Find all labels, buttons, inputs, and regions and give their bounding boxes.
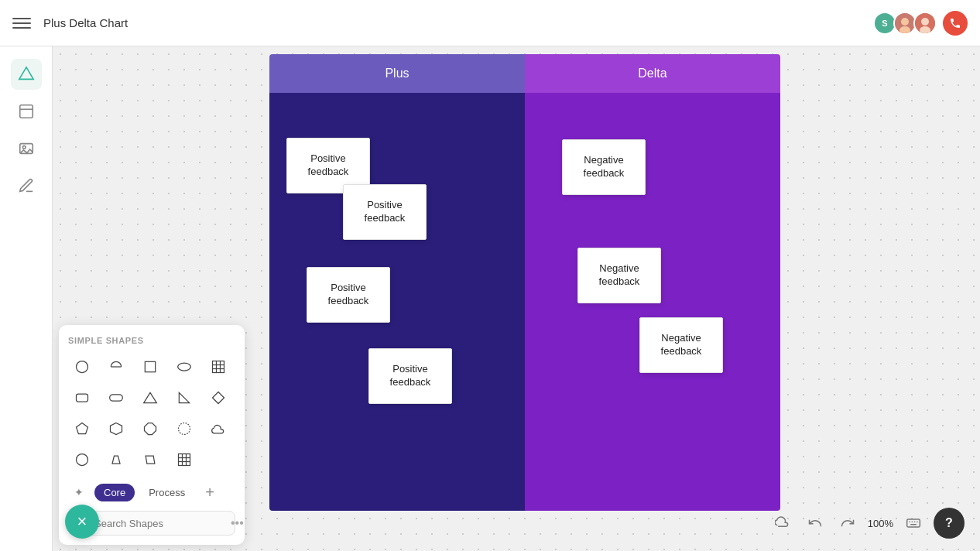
svg-marker-27 [145, 423, 156, 435]
call-button[interactable] [943, 11, 968, 36]
avatar-r [913, 12, 937, 35]
svg-point-11 [77, 361, 88, 373]
chart-header: Plus Delta [269, 54, 780, 93]
shape-cloud[interactable] [204, 415, 232, 443]
canvas-area[interactable]: Plus Delta Positivefeedback Positivefeed… [53, 46, 980, 551]
positive-note-4[interactable]: Positivefeedback [368, 348, 452, 404]
chart-body: Positivefeedback Positivefeedback Positi… [269, 93, 780, 511]
svg-marker-25 [77, 423, 88, 434]
shapes-section-title: SIMPLE SHAPES [68, 336, 235, 345]
sidebar-images-icon[interactable] [11, 133, 42, 164]
svg-marker-26 [111, 423, 122, 435]
shape-hexagon[interactable] [102, 415, 130, 443]
plus-column-body: Positivefeedback Positivefeedback Positi… [269, 93, 525, 511]
shape-ellipse[interactable] [170, 353, 198, 381]
tab-add-button[interactable]: + [199, 481, 221, 503]
topbar: Plus Delta Chart S [0, 0, 980, 46]
svg-marker-30 [112, 456, 120, 464]
svg-marker-23 [179, 392, 189, 402]
svg-point-1 [901, 18, 909, 26]
shape-square[interactable] [136, 353, 164, 381]
plus-column-header: Plus [269, 54, 525, 93]
svg-rect-7 [19, 105, 33, 118]
positive-note-3[interactable]: Positivefeedback [307, 267, 390, 323]
svg-point-4 [921, 18, 929, 26]
shape-right-triangle[interactable] [170, 384, 198, 412]
svg-point-14 [178, 363, 191, 371]
help-button[interactable]: ? [934, 508, 965, 539]
magic-icon[interactable]: ✦ [68, 481, 90, 503]
shape-table[interactable] [204, 353, 232, 381]
left-sidebar [0, 46, 53, 551]
shape-grid[interactable] [170, 446, 198, 474]
redo-icon[interactable] [835, 511, 860, 536]
svg-rect-32 [179, 454, 190, 466]
delta-column-header: Delta [525, 54, 780, 93]
shape-circle2[interactable] [68, 446, 96, 474]
shape-circle-outline[interactable] [170, 415, 198, 443]
svg-point-29 [77, 454, 88, 466]
sidebar-shapes-icon[interactable] [11, 59, 42, 90]
plus-delta-chart: Plus Delta Positivefeedback Positivefeed… [269, 54, 780, 511]
sidebar-frames-icon[interactable] [11, 96, 42, 127]
shape-pill[interactable] [102, 384, 130, 412]
menu-button[interactable] [12, 14, 31, 33]
shape-rounded-rect[interactable] [68, 384, 96, 412]
undo-icon[interactable] [803, 511, 828, 536]
tab-core[interactable]: Core [94, 484, 135, 501]
negative-note-2[interactable]: Negativefeedback [577, 248, 661, 303]
shape-circle[interactable] [68, 353, 96, 381]
svg-point-28 [179, 423, 190, 435]
keyboard-icon[interactable] [901, 511, 926, 536]
delta-column-body: Negativefeedback Negativefeedback Negati… [525, 93, 780, 511]
shape-trapezoid[interactable] [102, 446, 130, 474]
shape-parallelogram[interactable] [136, 446, 164, 474]
shape-pentagon[interactable] [68, 415, 96, 443]
svg-marker-22 [144, 392, 157, 402]
shape-diamond[interactable] [204, 384, 232, 412]
svg-rect-13 [145, 361, 155, 371]
zoom-level: 100% [868, 518, 893, 529]
more-options-icon[interactable]: ••• [231, 516, 244, 530]
negative-note-1[interactable]: Negativefeedback [562, 139, 646, 195]
svg-point-10 [22, 145, 26, 149]
shape-half-circle[interactable] [102, 353, 130, 381]
panel-tabs: ✦ Core Process + [68, 481, 235, 503]
positive-note-2[interactable]: Positivefeedback [343, 184, 427, 240]
svg-rect-37 [907, 519, 920, 527]
document-title: Plus Delta Chart [43, 16, 861, 29]
main-content: Plus Delta Positivefeedback Positivefeed… [0, 46, 980, 551]
tab-process[interactable]: Process [139, 484, 194, 501]
cloud-icon[interactable] [770, 511, 795, 536]
shapes-grid [68, 353, 235, 474]
svg-marker-31 [146, 456, 155, 464]
bottom-bar: 100% ? [770, 508, 965, 539]
shape-octagon[interactable] [136, 415, 164, 443]
shape-triangle[interactable] [136, 384, 164, 412]
negative-note-3[interactable]: Negativefeedback [639, 317, 723, 373]
collaborators-avatars: S [873, 11, 968, 36]
fab-close-button[interactable]: × [65, 505, 99, 539]
svg-marker-24 [213, 392, 224, 404]
svg-rect-20 [77, 394, 88, 402]
search-input[interactable] [94, 518, 224, 529]
sidebar-drawing-icon[interactable] [11, 170, 42, 201]
svg-marker-6 [19, 67, 33, 80]
svg-rect-21 [110, 395, 123, 401]
svg-rect-15 [213, 361, 224, 373]
